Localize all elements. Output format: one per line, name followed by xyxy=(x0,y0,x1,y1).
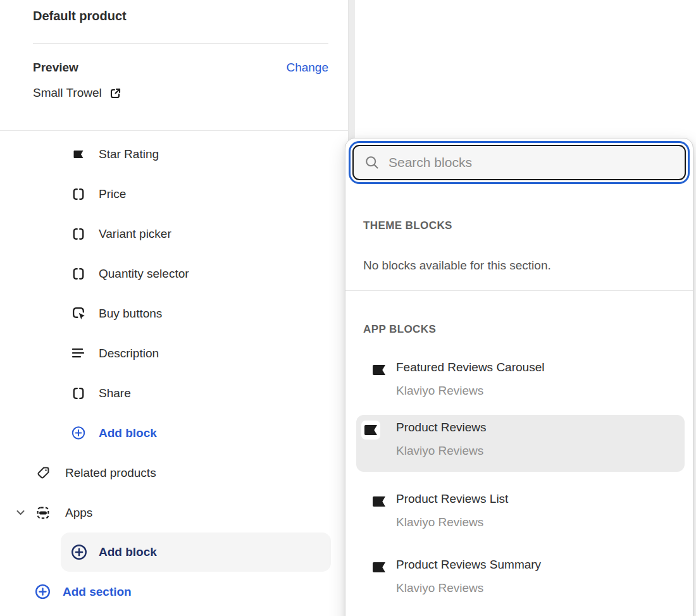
tag-icon xyxy=(35,465,51,480)
block-label: Star Rating xyxy=(99,147,159,161)
preview-product-name: Small Trowel xyxy=(33,86,102,100)
external-link-icon[interactable] xyxy=(109,87,122,100)
theme-blocks-empty-text: No blocks available for this section. xyxy=(363,259,551,273)
page-title: Default product xyxy=(33,9,127,23)
text-lines-icon xyxy=(71,348,86,359)
search-field[interactable] xyxy=(352,145,686,180)
block-label: Share xyxy=(99,386,131,400)
block-row-quantity-selector[interactable]: Quantity selector xyxy=(0,254,348,293)
block-brackets-icon xyxy=(71,386,86,400)
add-block-label: Add block xyxy=(99,426,157,440)
block-list: Star Rating Price Variant picker xyxy=(0,134,348,612)
preview-product[interactable]: Small Trowel xyxy=(33,86,122,100)
app-flag-icon xyxy=(71,151,86,158)
section-header-card: Default product Preview Change Small Tro… xyxy=(0,0,348,131)
apps-add-block-label: Add block xyxy=(99,545,157,559)
search-focus-ring xyxy=(351,143,688,182)
search-icon xyxy=(364,155,380,170)
app-block-subtitle: Klaviyo Reviews xyxy=(396,443,487,459)
preview-label: Preview xyxy=(33,61,78,75)
app-block-product-reviews-summary[interactable]: Product Reviews Summary Klaviyo Reviews xyxy=(345,552,693,610)
block-brackets-icon xyxy=(71,187,86,201)
app-block-subtitle: Klaviyo Reviews xyxy=(396,383,544,398)
app-block-title: Featured Reviews Carousel xyxy=(396,360,544,375)
section-label: Related products xyxy=(65,466,156,480)
block-row-price[interactable]: Price xyxy=(0,174,348,214)
app-block-title: Product Reviews Summary xyxy=(396,557,541,572)
app-block-product-reviews[interactable]: Product Reviews Klaviyo Reviews xyxy=(356,415,685,472)
app-block-texts: Product Reviews Summary Klaviyo Reviews xyxy=(396,557,541,596)
add-block-button[interactable]: Add block xyxy=(0,413,348,453)
block-brackets-icon xyxy=(71,227,86,241)
block-row-share[interactable]: Share xyxy=(0,373,348,413)
app-block-subtitle: Klaviyo Reviews xyxy=(396,515,508,530)
app-blocks-heading: APP BLOCKS xyxy=(363,323,436,336)
plus-circle-icon xyxy=(34,583,51,600)
popover-divider xyxy=(345,290,693,291)
plus-circle-icon xyxy=(70,543,88,561)
section-row-apps[interactable]: Apps xyxy=(0,493,348,533)
block-brackets-icon xyxy=(71,267,86,281)
section-row-related-products[interactable]: Related products xyxy=(0,453,348,493)
app-block-featured-reviews-carousel[interactable]: Featured Reviews Carousel Klaviyo Review… xyxy=(345,355,693,413)
sections-sidebar: Default product Preview Change Small Tro… xyxy=(0,0,349,616)
chevron-down-icon[interactable] xyxy=(15,507,26,518)
app-block-subtitle: Klaviyo Reviews xyxy=(396,581,541,596)
block-label: Variant picker xyxy=(99,227,171,241)
plus-circle-icon xyxy=(71,425,86,441)
header-divider xyxy=(33,43,328,44)
apps-add-block-button[interactable]: Add block xyxy=(61,533,331,572)
app-flag-icon xyxy=(370,558,388,577)
app-flag-icon xyxy=(370,360,388,379)
theme-blocks-heading: THEME BLOCKS xyxy=(363,219,452,232)
section-label: Apps xyxy=(65,506,92,520)
search-blocks-input[interactable] xyxy=(388,155,674,170)
app-flag-icon xyxy=(361,421,380,440)
add-section-button[interactable]: Add section xyxy=(0,572,348,612)
app-block-texts: Product Reviews List Klaviyo Reviews xyxy=(396,491,508,530)
block-label: Description xyxy=(99,347,159,360)
app-block-product-reviews-list[interactable]: Product Reviews List Klaviyo Reviews xyxy=(345,486,693,545)
block-label: Price xyxy=(99,187,126,201)
app-block-title: Product Reviews xyxy=(396,420,487,435)
app-block-title: Product Reviews List xyxy=(396,491,508,507)
block-row-star-rating[interactable]: Star Rating xyxy=(0,134,348,174)
app-block-texts: Featured Reviews Carousel Klaviyo Review… xyxy=(396,360,544,398)
change-preview-link[interactable]: Change xyxy=(286,61,328,75)
apps-block-icon xyxy=(35,505,51,521)
block-row-description[interactable]: Description xyxy=(0,333,348,373)
buy-button-cursor-icon xyxy=(71,306,86,321)
app-flag-icon xyxy=(370,492,388,511)
app-block-texts: Product Reviews Klaviyo Reviews xyxy=(396,420,487,459)
block-row-variant-picker[interactable]: Variant picker xyxy=(0,214,348,254)
block-label: Quantity selector xyxy=(99,267,189,281)
add-section-label: Add section xyxy=(63,585,132,599)
block-label: Buy buttons xyxy=(99,307,162,321)
add-block-popover: THEME BLOCKS No blocks available for thi… xyxy=(345,138,693,616)
block-row-buy-buttons[interactable]: Buy buttons xyxy=(0,293,348,333)
